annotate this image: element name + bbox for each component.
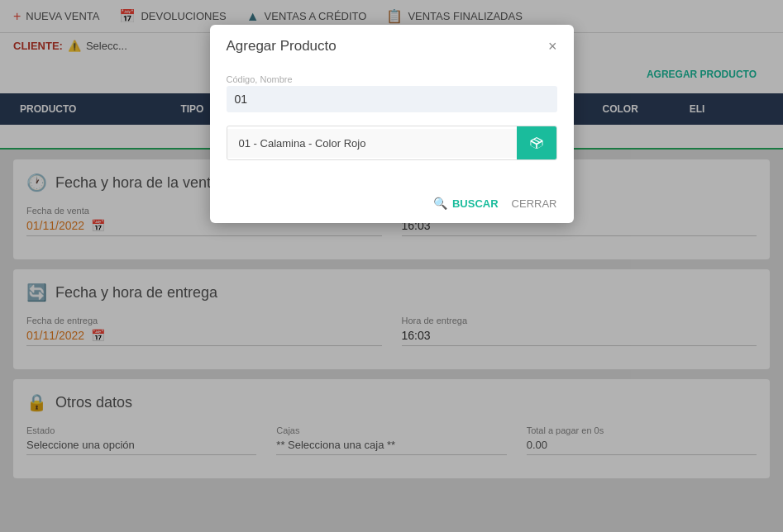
modal-body: Código, Nombre 01 - Calamina - Color Roj… (210, 64, 574, 190)
modal-footer: 🔍 BUSCAR CERRAR (210, 190, 574, 223)
buscar-button[interactable]: 🔍 BUSCAR (433, 197, 499, 210)
search-input-group: Código, Nombre (227, 74, 557, 112)
result-add-button[interactable] (517, 126, 556, 159)
modal-close-button[interactable]: × (548, 39, 557, 54)
modal-title: Agregar Producto (227, 38, 337, 55)
search-icon: 🔍 (433, 197, 447, 210)
box-icon (528, 135, 545, 151)
result-text: 01 - Calamina - Color Rojo (227, 129, 517, 158)
modal-header: Agregar Producto × (210, 25, 574, 64)
search-result-row: 01 - Calamina - Color Rojo (227, 126, 557, 160)
cerrar-button[interactable]: CERRAR (512, 197, 557, 210)
search-input-label: Código, Nombre (227, 74, 557, 84)
agregar-producto-modal: Agregar Producto × Código, Nombre 01 - C… (210, 25, 574, 223)
search-input[interactable] (227, 86, 557, 112)
buscar-label: BUSCAR (452, 197, 499, 210)
